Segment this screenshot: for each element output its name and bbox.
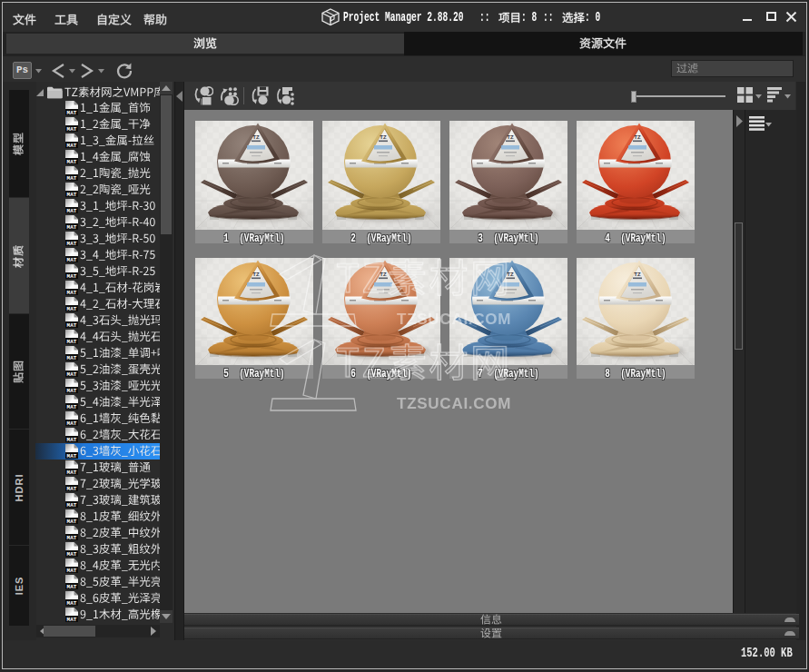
- svg-text:MAT: MAT: [67, 110, 77, 115]
- svg-text:MAT: MAT: [67, 208, 77, 213]
- svg-text:MAT: MAT: [67, 584, 77, 589]
- svg-text:TZ: TZ: [507, 134, 514, 140]
- svg-text:MAT: MAT: [67, 535, 77, 540]
- svg-text:MAT: MAT: [67, 617, 77, 622]
- svg-text:MAT: MAT: [67, 469, 77, 475]
- svg-text:MAT: MAT: [67, 519, 77, 524]
- svg-text:MAT: MAT: [67, 437, 77, 442]
- svg-text:TZ: TZ: [634, 134, 641, 140]
- svg-text:MAT: MAT: [67, 290, 77, 295]
- svg-text:TZ: TZ: [380, 272, 387, 277]
- svg-text:MAT: MAT: [67, 404, 77, 410]
- svg-text:MAT: MAT: [67, 600, 77, 606]
- svg-text:MAT: MAT: [67, 371, 77, 377]
- svg-text:MAT: MAT: [67, 420, 77, 426]
- svg-text:MAT: MAT: [67, 126, 77, 132]
- svg-text:MAT: MAT: [67, 486, 77, 491]
- svg-text:MAT: MAT: [67, 339, 77, 344]
- svg-text:MAT: MAT: [67, 502, 77, 508]
- svg-text:MAT: MAT: [67, 551, 77, 557]
- svg-text:MAT: MAT: [67, 322, 77, 328]
- svg-text:MAT: MAT: [67, 306, 77, 311]
- svg-text:MAT: MAT: [67, 388, 77, 393]
- svg-text:MAT: MAT: [67, 224, 77, 230]
- svg-text:MAT: MAT: [67, 159, 77, 164]
- svg-text:MAT: MAT: [67, 273, 77, 279]
- svg-text:MAT: MAT: [67, 568, 77, 573]
- svg-text:MAT: MAT: [67, 175, 77, 181]
- svg-text:TZ: TZ: [634, 272, 641, 277]
- svg-text:TZ: TZ: [252, 134, 260, 140]
- svg-text:MAT: MAT: [67, 453, 77, 459]
- svg-text:TZ: TZ: [252, 272, 260, 277]
- svg-text:TZ: TZ: [507, 272, 514, 277]
- svg-text:MAT: MAT: [67, 143, 77, 148]
- svg-text:MAT: MAT: [67, 192, 77, 197]
- svg-text:MAT: MAT: [67, 257, 77, 262]
- svg-text:MAT: MAT: [67, 241, 77, 246]
- svg-text:MAT: MAT: [67, 355, 77, 361]
- svg-text:TZ: TZ: [380, 134, 387, 140]
